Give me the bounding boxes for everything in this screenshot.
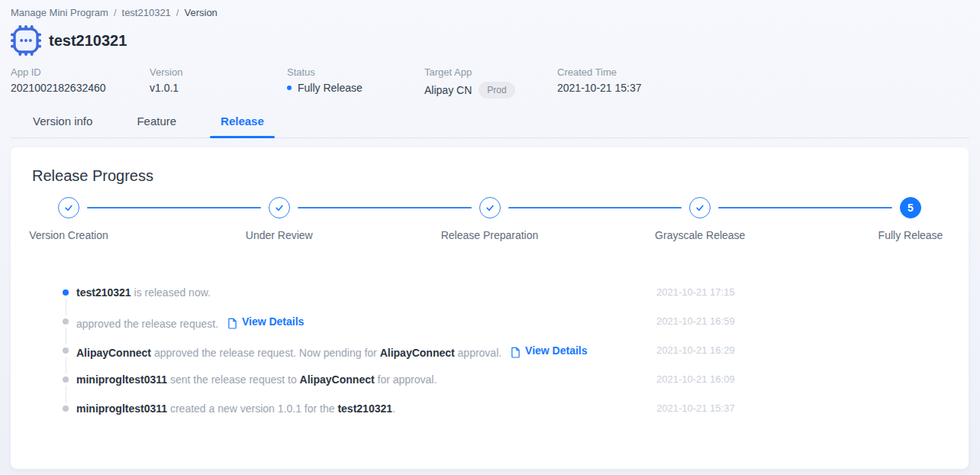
view-details-link[interactable]: View Details — [227, 315, 304, 329]
timeline-item: approved the release request. View Detai… — [63, 315, 947, 344]
meta-label: Version — [150, 66, 287, 78]
check-icon — [695, 202, 705, 213]
tab-release[interactable]: Release — [210, 108, 275, 137]
timeline-item: AlipayConnect approved the release reque… — [63, 344, 947, 373]
check-icon — [274, 202, 285, 213]
meta-value: 2021002182632460 — [11, 82, 150, 94]
target-app-name: Alipay CN — [424, 84, 472, 96]
timeline-entity: AlipayConnect — [380, 347, 455, 359]
timeline-entity: test210321 — [76, 286, 131, 299]
timeline-message: created a new version 1.0.1 for the — [167, 402, 337, 415]
step-label: Version Creation — [29, 229, 108, 241]
step-circle: 5 — [900, 197, 921, 218]
breadcrumb: Manage Mini Program / test210321 / Versi… — [11, 7, 969, 18]
timeline-message: is released now. — [131, 286, 211, 299]
step-label: Fully Release — [878, 229, 943, 241]
meta-row: App ID 2021002182632460 Version v1.0.1 S… — [11, 66, 969, 99]
stepper-step: Grayscale Release — [616, 197, 784, 241]
view-details-link[interactable]: View Details — [511, 344, 587, 358]
prod-badge: Prod — [479, 82, 514, 99]
meta-target-app: Target App Alipay CN Prod — [424, 66, 557, 99]
step-circle — [269, 197, 290, 218]
timeline-item: test210321 is released now. 2021-10-21 1… — [63, 286, 947, 315]
timeline-dot-icon — [63, 318, 69, 325]
timeline-text: miniprogltest0311 sent the release reque… — [76, 373, 656, 387]
tabs: Version info Feature Release — [11, 108, 969, 138]
step-label: Release Preparation — [441, 229, 539, 241]
timeline-message: approved the release request. Now pendin… — [151, 347, 380, 359]
step-number: 5 — [907, 202, 914, 214]
timeline-entity: miniprogltest0311 — [76, 373, 167, 386]
tab-feature[interactable]: Feature — [126, 108, 187, 137]
timeline-item: miniprogltest0311 sent the release reque… — [63, 373, 947, 402]
release-stepper: Version Creation Under Review Release Pr… — [69, 197, 911, 246]
check-icon — [63, 202, 74, 213]
release-progress-card: Release Progress Version Creation Under … — [11, 147, 969, 469]
release-timeline: test210321 is released now. 2021-10-21 1… — [63, 286, 947, 431]
meta-value: Fully Release — [287, 82, 424, 94]
meta-label: Status — [287, 66, 424, 78]
timeline-message: . — [392, 402, 395, 415]
status-text: Fully Release — [298, 82, 363, 94]
meta-value: 2021-10-21 15:37 — [557, 82, 642, 94]
step-circle — [58, 197, 79, 218]
breadcrumb-separator: / — [176, 7, 179, 18]
timeline-entity: AlipayConnect — [300, 373, 375, 386]
stepper-step: 5 Fully Release — [827, 197, 980, 241]
timeline-dot-icon — [63, 376, 69, 383]
status-dot-icon — [287, 86, 292, 90]
meta-label: Created Time — [557, 66, 642, 78]
timeline-text: miniprogltest0311 created a new version … — [76, 402, 656, 416]
meta-status: Status Fully Release — [287, 66, 424, 99]
timeline-text: test210321 is released now. — [76, 286, 656, 300]
timeline-item: miniprogltest0311 created a new version … — [63, 402, 947, 431]
timeline-dot-icon — [63, 289, 69, 296]
timeline-timestamp: 2021-10-21 17:15 — [656, 286, 735, 299]
document-icon — [227, 318, 237, 329]
view-details-label: View Details — [242, 315, 304, 329]
timeline-message: approval. — [455, 347, 501, 359]
tab-version-info[interactable]: Version info — [22, 108, 103, 137]
view-details-label: View Details — [525, 344, 587, 358]
timeline-message: for approval. — [375, 373, 437, 386]
title-row: test210321 — [11, 25, 969, 56]
timeline-text: approved the release request. View Detai… — [76, 315, 656, 331]
meta-value: Alipay CN Prod — [424, 82, 557, 99]
timeline-timestamp: 2021-10-21 16:09 — [656, 373, 735, 386]
timeline-timestamp: 2021-10-21 16:59 — [656, 315, 735, 328]
timeline-text: AlipayConnect approved the release reque… — [76, 344, 656, 360]
timeline-entity: test210321 — [337, 402, 392, 415]
timeline-dot-icon — [63, 406, 69, 412]
mini-program-chip-icon — [11, 25, 41, 56]
meta-label: Target App — [424, 66, 557, 78]
timeline-timestamp: 2021-10-21 16:29 — [656, 344, 735, 357]
meta-app-id: App ID 2021002182632460 — [11, 66, 150, 99]
stepper-step: Version Creation — [0, 197, 153, 241]
breadcrumb-item-version: Version — [184, 7, 217, 18]
breadcrumb-separator: / — [114, 7, 117, 18]
card-title: Release Progress — [32, 167, 947, 185]
step-circle — [479, 197, 501, 218]
breadcrumb-item-app[interactable]: test210321 — [122, 7, 171, 18]
meta-version: Version v1.0.1 — [150, 66, 287, 99]
step-circle — [689, 197, 711, 218]
timeline-message: sent the release request to — [167, 373, 300, 386]
stepper-step: Under Review — [195, 197, 363, 241]
step-label: Under Review — [246, 229, 313, 241]
check-icon — [485, 202, 495, 213]
timeline-entity: miniprogltest0311 — [76, 402, 167, 415]
document-icon — [511, 347, 521, 358]
meta-value: v1.0.1 — [150, 82, 287, 94]
step-label: Grayscale Release — [655, 229, 745, 241]
breadcrumb-item-manage-mini-program[interactable]: Manage Mini Program — [11, 7, 108, 18]
timeline-message: approved the release request. — [76, 318, 218, 330]
timeline-dot-icon — [63, 347, 69, 354]
timeline-timestamp: 2021-10-21 15:37 — [656, 402, 735, 415]
meta-created-time: Created Time 2021-10-21 15:37 — [557, 66, 642, 99]
page-header: Manage Mini Program / test210321 / Versi… — [0, 0, 980, 138]
timeline-entity: AlipayConnect — [76, 347, 151, 359]
stepper-step: Release Preparation — [406, 197, 574, 241]
page-title: test210321 — [49, 32, 127, 50]
meta-label: App ID — [11, 66, 150, 78]
